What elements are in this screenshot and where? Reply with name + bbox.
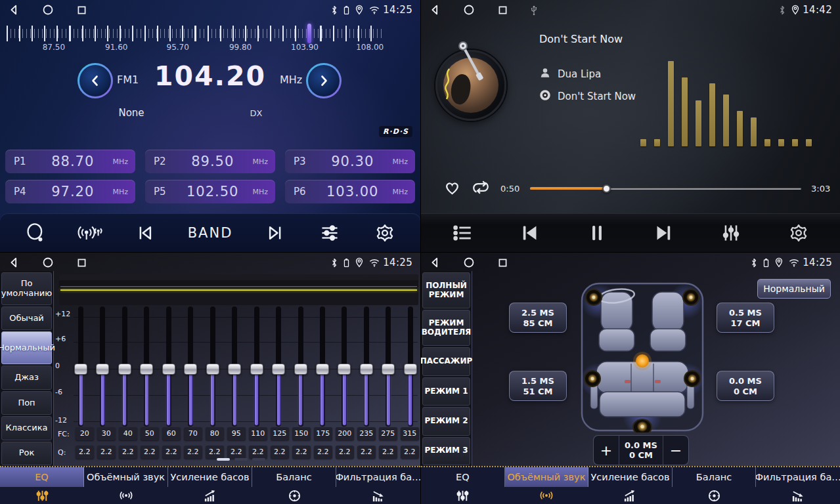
increase-button[interactable]: + — [594, 436, 619, 465]
eq-band-slider-5[interactable] — [162, 310, 176, 424]
tab-equalizer[interactable]: EQ — [0, 467, 84, 504]
eq-band-slider-9[interactable] — [250, 310, 264, 424]
tab-balance[interactable]: Баланс — [673, 467, 757, 504]
fc-value[interactable]: 70 — [184, 427, 203, 440]
slider-thumb[interactable] — [184, 364, 197, 375]
settings-icon[interactable] — [372, 223, 398, 243]
nav-recents-icon[interactable] — [76, 5, 87, 16]
previous-icon[interactable] — [133, 223, 159, 243]
eq-band-slider-14[interactable] — [359, 310, 374, 424]
q-value[interactable]: 2.2 — [401, 446, 420, 459]
q-value[interactable]: 2.2 — [119, 446, 138, 459]
q-value[interactable]: 2.2 — [206, 446, 225, 459]
next-filled-icon[interactable] — [651, 222, 677, 243]
nav-home-icon[interactable] — [463, 257, 475, 268]
fc-value[interactable]: 315 — [401, 427, 420, 440]
nav-home-icon[interactable] — [463, 4, 475, 16]
slider-thumb[interactable] — [294, 364, 307, 375]
q-value[interactable]: 2.2 — [162, 446, 181, 459]
mode-3[interactable]: ПАССАЖИР — [422, 347, 470, 375]
eq-preset-3[interactable]: Нормальный — [1, 331, 52, 364]
q-value[interactable]: 2.2 — [227, 446, 246, 459]
mode-6[interactable]: РЕЖИМ 3 — [422, 437, 470, 465]
tab-filter[interactable]: Фильтрация ба… — [336, 467, 420, 504]
q-value[interactable]: 2.2 — [271, 446, 290, 459]
tune-up-button[interactable] — [306, 63, 342, 98]
nav-home-icon[interactable] — [42, 4, 54, 16]
preset-button-P4[interactable]: P497.20MHz — [5, 180, 135, 203]
next-icon[interactable] — [261, 223, 288, 243]
mode-5[interactable]: РЕЖИМ 2 — [422, 407, 470, 435]
pause-icon[interactable] — [584, 223, 610, 243]
eq-band-slider-7[interactable] — [206, 310, 220, 424]
progress-slider[interactable] — [530, 184, 801, 193]
slider-thumb[interactable] — [272, 364, 285, 375]
eq-band-slider-12[interactable] — [315, 310, 330, 424]
q-value[interactable]: 2.2 — [292, 446, 311, 459]
fc-value[interactable]: 95 — [227, 427, 246, 440]
eq-preset-6[interactable]: Классика — [1, 416, 52, 440]
slider-thumb[interactable] — [206, 364, 219, 375]
slider-thumb[interactable] — [228, 364, 241, 375]
fc-value[interactable]: 40 — [119, 427, 138, 440]
eq-band-slider-1[interactable] — [74, 310, 88, 424]
slider-thumb[interactable] — [140, 364, 153, 375]
preset-button-P2[interactable]: P289.50MHz — [145, 150, 275, 173]
band-button[interactable]: BAND — [188, 225, 233, 241]
tab-surround-sound[interactable]: Объёмный звук — [84, 467, 168, 504]
tab-bass-boost[interactable]: Усиление басов — [168, 467, 252, 504]
settings-icon[interactable] — [785, 223, 812, 243]
fc-value[interactable]: 275 — [379, 427, 398, 440]
eq-band-slider-2[interactable] — [95, 310, 110, 424]
fc-value[interactable]: 175 — [314, 427, 333, 440]
mode-2[interactable]: РЕЖИМ ВОДИТЕЛЯ — [422, 310, 470, 346]
slider-thumb[interactable] — [96, 364, 109, 375]
tab-surround-sound[interactable]: Объёмный звук — [505, 467, 589, 504]
repeat-icon[interactable] — [471, 179, 491, 198]
tab-filter[interactable]: Фильтрация ба… — [756, 467, 840, 504]
slider-thumb[interactable] — [338, 364, 351, 375]
q-value[interactable]: 2.2 — [141, 446, 160, 459]
fc-value[interactable]: 60 — [162, 427, 181, 440]
slider-thumb[interactable] — [360, 364, 373, 375]
nav-back-icon[interactable] — [8, 257, 20, 268]
preset-button-P3[interactable]: P390.30MHz — [285, 150, 415, 173]
fc-value[interactable]: 235 — [357, 427, 376, 440]
eq-preset-1[interactable]: По умолчанию — [1, 272, 52, 305]
field-preset-button[interactable]: Нормальный — [757, 279, 831, 299]
preset-button-P6[interactable]: P6103.00MHz — [285, 180, 415, 203]
preset-button-P5[interactable]: P5102.50MHz — [145, 180, 275, 203]
slider-thumb[interactable] — [250, 364, 263, 375]
eq-band-slider-3[interactable] — [118, 310, 132, 424]
fc-value[interactable]: 125 — [271, 427, 290, 440]
eq-preset-5[interactable]: Поп — [1, 391, 52, 415]
nav-back-icon[interactable] — [429, 4, 441, 16]
fc-value[interactable]: 200 — [336, 427, 355, 440]
eq-band-slider-11[interactable] — [294, 310, 308, 424]
eq-band-slider-16[interactable] — [403, 310, 418, 424]
q-value[interactable]: 2.2 — [76, 446, 95, 459]
eq-preset-2[interactable]: Обычай — [1, 306, 52, 330]
fc-value[interactable]: 20 — [76, 427, 95, 440]
fc-value[interactable]: 110 — [249, 427, 268, 440]
eq-band-slider-8[interactable] — [227, 310, 242, 424]
q-value[interactable]: 2.2 — [379, 446, 398, 459]
equalizer-sliders-icon[interactable] — [718, 223, 744, 243]
eq-band-slider-13[interactable] — [337, 310, 351, 424]
slider-thumb[interactable] — [316, 364, 329, 375]
scan-icon[interactable] — [22, 222, 49, 243]
slider-thumb[interactable] — [162, 364, 175, 375]
playlist-icon[interactable] — [449, 223, 475, 243]
nav-recents-icon[interactable] — [76, 257, 87, 268]
eq-band-slider-4[interactable] — [139, 310, 154, 424]
mode-4[interactable]: РЕЖИМ 1 — [422, 377, 470, 406]
nav-home-icon[interactable] — [42, 257, 54, 268]
q-value[interactable]: 2.2 — [336, 446, 355, 459]
q-value[interactable]: 2.2 — [97, 446, 116, 459]
slider-thumb[interactable] — [118, 364, 131, 375]
slider-thumb[interactable] — [382, 364, 395, 375]
tab-bass-boost[interactable]: Усиление басов — [588, 467, 673, 504]
tab-equalizer[interactable]: EQ — [421, 467, 505, 504]
eq-band-slider-15[interactable] — [381, 310, 395, 424]
tune-sliders-icon[interactable] — [317, 223, 343, 243]
